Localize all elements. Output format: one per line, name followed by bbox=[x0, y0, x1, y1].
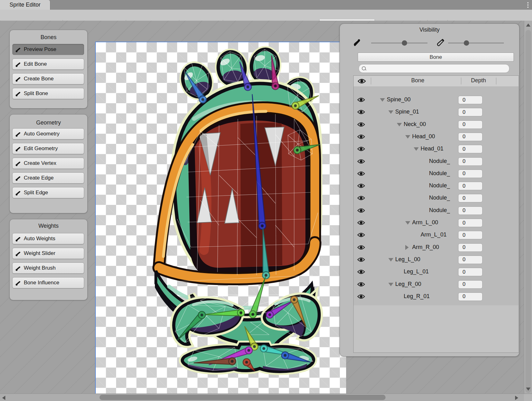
collapse-arrow-icon[interactable] bbox=[414, 147, 419, 151]
bone-row-nodule_[interactable]: Nodule_0 bbox=[354, 155, 519, 168]
bone-name: Nodule_ bbox=[429, 195, 450, 201]
depth-input[interactable]: 0 bbox=[458, 292, 483, 301]
edit-bone-button[interactable]: Edit Bone bbox=[12, 58, 84, 70]
depth-input[interactable]: 0 bbox=[458, 206, 483, 215]
bone-row-nodule_[interactable]: Nodule_0 bbox=[354, 192, 519, 204]
bone-row-leg_r_01[interactable]: Leg_R_010 bbox=[354, 291, 519, 303]
auto-geometry-button[interactable]: Auto Geometry bbox=[12, 128, 84, 140]
bone-row-leg_l_01[interactable]: Leg_L_010 bbox=[354, 266, 519, 278]
split-bone-button[interactable]: Split Bone bbox=[12, 88, 84, 99]
scroll-left-icon[interactable] bbox=[2, 396, 5, 400]
create-vertex-button[interactable]: Create Vertex bbox=[12, 158, 84, 169]
bone-opacity-slider[interactable] bbox=[371, 43, 427, 43]
depth-input[interactable]: 0 bbox=[458, 120, 483, 129]
eye-toggle-icon[interactable] bbox=[357, 97, 365, 103]
weight-slider-button[interactable]: Weight Slider bbox=[12, 248, 84, 259]
eye-toggle-icon[interactable] bbox=[357, 282, 365, 287]
bone-name: Nodule_ bbox=[429, 170, 450, 177]
vertical-scrollbar[interactable] bbox=[524, 21, 532, 393]
eye-toggle-icon[interactable] bbox=[357, 195, 365, 201]
bone-row-arm_r_00[interactable]: Arm_R_000 bbox=[354, 241, 519, 254]
eye-toggle-icon[interactable] bbox=[357, 257, 365, 263]
bone-name: Head_01 bbox=[421, 145, 443, 152]
bone-opacity-knob[interactable] bbox=[402, 40, 407, 46]
eye-icon[interactable] bbox=[357, 78, 366, 84]
bone-name: Leg_L_00 bbox=[395, 256, 420, 263]
bone-row-spine_00[interactable]: Spine_000 bbox=[354, 94, 519, 106]
eye-toggle-icon[interactable] bbox=[357, 183, 365, 189]
bone-row-head_01[interactable]: Head_010 bbox=[354, 143, 519, 155]
bone-row-leg_l_00[interactable]: Leg_L_000 bbox=[354, 254, 519, 266]
collapse-arrow-icon[interactable] bbox=[405, 221, 410, 225]
bone-row-nodule_[interactable]: Nodule_0 bbox=[354, 180, 519, 192]
bone-row-arm_l_01[interactable]: Arm_L_010 bbox=[354, 229, 519, 241]
eye-toggle-icon[interactable] bbox=[357, 146, 365, 152]
collapse-arrow-icon[interactable] bbox=[388, 110, 393, 114]
depth-input[interactable]: 0 bbox=[458, 256, 483, 264]
depth-input[interactable]: 0 bbox=[458, 231, 483, 239]
depth-input[interactable]: 0 bbox=[458, 219, 483, 227]
depth-input[interactable]: 0 bbox=[458, 243, 483, 252]
eye-toggle-icon[interactable] bbox=[357, 134, 365, 140]
bone-row-nodule_[interactable]: Nodule_0 bbox=[354, 205, 519, 217]
scroll-up-icon[interactable] bbox=[526, 23, 530, 27]
depth-input[interactable]: 0 bbox=[458, 268, 483, 276]
preview-pose-button[interactable]: Preview Pose bbox=[12, 44, 84, 55]
bone-row-head_00[interactable]: Head_000 bbox=[354, 131, 519, 143]
tab-bar: Sprite Editor bbox=[0, 0, 532, 10]
vertical-scrollbar-thumb[interactable] bbox=[525, 30, 531, 393]
depth-input[interactable]: 0 bbox=[458, 145, 483, 153]
eye-toggle-icon[interactable] bbox=[357, 269, 365, 275]
depth-input[interactable]: 0 bbox=[458, 108, 483, 116]
eye-toggle-icon[interactable] bbox=[357, 159, 365, 165]
depth-column-header[interactable]: Depth bbox=[461, 77, 496, 84]
bone-column-header[interactable]: Bone bbox=[371, 77, 465, 84]
bone-row-arm_l_00[interactable]: Arm_L_000 bbox=[354, 217, 519, 229]
expand-arrow-icon[interactable] bbox=[405, 245, 409, 250]
tab-sprite-editor[interactable]: Sprite Editor bbox=[0, 0, 50, 10]
eye-toggle-icon[interactable] bbox=[357, 109, 365, 115]
split-edge-button[interactable]: Split Edge bbox=[12, 187, 84, 198]
search-input[interactable] bbox=[359, 64, 509, 73]
depth-input[interactable]: 0 bbox=[458, 194, 483, 202]
bone-tab[interactable]: Bone bbox=[358, 53, 514, 62]
auto-weights-icon bbox=[16, 236, 21, 241]
depth-input[interactable]: 0 bbox=[458, 133, 483, 141]
collapse-arrow-icon[interactable] bbox=[405, 135, 410, 139]
create-edge-button[interactable]: Create Edge bbox=[12, 172, 84, 184]
bone-row-leg_r_00[interactable]: Leg_R_000 bbox=[354, 278, 519, 291]
bone-visibility-table: Bone Depth Spine_000Spine_010Neck_000Hea… bbox=[353, 75, 519, 353]
mesh-opacity-knob[interactable] bbox=[464, 40, 469, 46]
horizontal-scrollbar[interactable] bbox=[0, 393, 532, 401]
create-bone-button[interactable]: Create Bone bbox=[12, 73, 84, 84]
eye-toggle-icon[interactable] bbox=[357, 245, 365, 251]
eye-toggle-icon[interactable] bbox=[357, 208, 365, 214]
eye-toggle-icon[interactable] bbox=[357, 171, 365, 177]
mesh-opacity-slider[interactable] bbox=[448, 43, 504, 43]
collapse-arrow-icon[interactable] bbox=[397, 123, 402, 126]
sprite-texture-area bbox=[95, 42, 346, 393]
collapse-arrow-icon[interactable] bbox=[388, 258, 393, 261]
auto-weights-button[interactable]: Auto Weights bbox=[12, 233, 84, 244]
collapse-arrow-icon[interactable] bbox=[388, 283, 393, 286]
scroll-down-icon[interactable] bbox=[526, 388, 530, 391]
bone-row-neck_00[interactable]: Neck_000 bbox=[354, 119, 519, 131]
eye-toggle-icon[interactable] bbox=[357, 122, 365, 128]
horizontal-scrollbar-thumb[interactable] bbox=[100, 395, 386, 400]
depth-input[interactable]: 0 bbox=[458, 182, 483, 190]
depth-input[interactable]: 0 bbox=[458, 96, 483, 104]
eye-toggle-icon[interactable] bbox=[357, 294, 365, 300]
depth-input[interactable]: 0 bbox=[458, 170, 483, 178]
depth-input[interactable]: 0 bbox=[458, 157, 483, 166]
bone-row-spine_01[interactable]: Spine_010 bbox=[354, 106, 519, 118]
bone-influence-button[interactable]: Bone Influence bbox=[12, 277, 84, 288]
collapse-arrow-icon[interactable] bbox=[380, 98, 385, 102]
scroll-right-icon[interactable] bbox=[515, 396, 518, 400]
eye-toggle-icon[interactable] bbox=[357, 232, 365, 238]
bone-row-nodule_[interactable]: Nodule_0 bbox=[354, 168, 519, 180]
depth-input[interactable]: 0 bbox=[458, 280, 483, 289]
kebab-menu-icon[interactable] bbox=[525, 1, 531, 9]
edit-geometry-button[interactable]: Edit Geometry bbox=[12, 143, 84, 154]
eye-toggle-icon[interactable] bbox=[357, 220, 365, 226]
weight-brush-button[interactable]: Weight Brush bbox=[12, 262, 84, 274]
